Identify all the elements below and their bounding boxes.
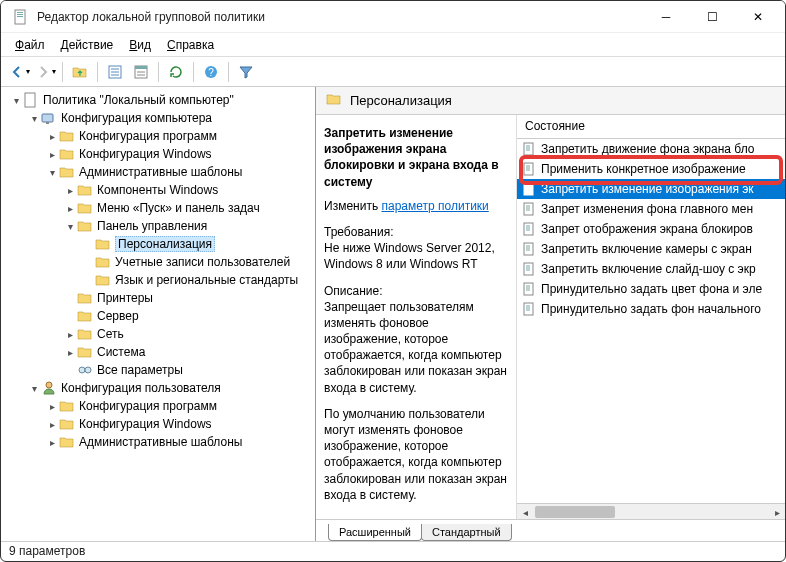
svg-rect-52: [524, 303, 533, 315]
svg-point-19: [46, 382, 52, 388]
svg-text:?: ?: [208, 67, 214, 78]
view-tabs: Расширенный Стандартный: [316, 519, 785, 541]
svg-rect-3: [17, 16, 23, 17]
app-icon: [13, 9, 29, 25]
tree-item[interactable]: ▸Сеть: [63, 325, 313, 343]
policy-icon: [523, 162, 537, 176]
policy-label: Запрет отображения экрана блокиров: [541, 222, 753, 236]
scroll-right-arrow[interactable]: ▸: [769, 504, 785, 519]
edit-policy-link[interactable]: параметр политики: [381, 199, 488, 213]
svg-rect-44: [524, 263, 533, 275]
tree-user-config[interactable]: ▾Конфигурация пользователя: [27, 379, 313, 397]
policy-item[interactable]: Запретить изменение изображения эк: [517, 179, 785, 199]
tree-item[interactable]: ▸Конфигурация Windows: [45, 145, 313, 163]
policy-label: Запретить включение камеры с экран: [541, 242, 752, 256]
window-title: Редактор локальной групповой политики: [37, 10, 643, 24]
svg-rect-15: [42, 114, 53, 122]
forward-button[interactable]: ▾: [33, 60, 57, 84]
tree-computer-config[interactable]: ▾Конфигурация компьютера: [27, 109, 313, 127]
tree-item[interactable]: ▸Административные шаблоны: [45, 433, 313, 451]
up-button[interactable]: [68, 60, 92, 84]
tree-item[interactable]: ▸Конфигурация Windows: [45, 415, 313, 433]
menu-file[interactable]: ФФайлайл: [9, 36, 51, 54]
description-pane: Запретить изменение изображения экрана б…: [316, 115, 516, 519]
column-header-state[interactable]: Состояние: [517, 115, 785, 139]
svg-rect-9: [135, 66, 147, 69]
tree-control-panel[interactable]: ▾Панель управления: [63, 217, 313, 235]
close-button[interactable]: ✕: [735, 2, 781, 32]
policy-item[interactable]: Принудительно задать цвет фона и эле: [517, 279, 785, 299]
status-text: 9 параметров: [9, 544, 85, 558]
policy-item[interactable]: Запретить включение камеры с экран: [517, 239, 785, 259]
policy-icon: [523, 182, 537, 196]
tree-item[interactable]: ▸Конфигурация программ: [45, 397, 313, 415]
filter-button[interactable]: [234, 60, 258, 84]
menu-help[interactable]: СправкаСправка: [161, 36, 220, 54]
refresh-button[interactable]: [164, 60, 188, 84]
policy-icon: [523, 202, 537, 216]
policy-item[interactable]: Принудительно задать фон начального: [517, 299, 785, 319]
policy-icon: [523, 242, 537, 256]
policy-label: Принудительно задать фон начального: [541, 302, 761, 316]
policy-item[interactable]: Применить конкретное изображение: [517, 159, 785, 179]
policy-item[interactable]: Запретить движение фона экрана бло: [517, 139, 785, 159]
svg-rect-28: [524, 183, 533, 195]
tree-all-params[interactable]: Все параметры: [63, 361, 313, 379]
tree-item[interactable]: Язык и региональные стандарты: [81, 271, 313, 289]
list-view-button[interactable]: [103, 60, 127, 84]
panel-heading-text: Персонализация: [350, 93, 452, 108]
tab-extended[interactable]: Расширенный: [328, 524, 422, 541]
policy-icon: [523, 282, 537, 296]
desc-text-1: Запрещает пользователям изменять фоновое…: [324, 299, 508, 396]
policy-label: Применить конкретное изображение: [541, 162, 746, 176]
properties-button[interactable]: [129, 60, 153, 84]
policy-label: Запретить движение фона экрана бло: [541, 142, 754, 156]
policy-label: Запрет изменения фона главного мен: [541, 202, 753, 216]
policy-item[interactable]: Запретить включение слайд-шоу с экр: [517, 259, 785, 279]
policy-icon: [523, 302, 537, 316]
tree-item[interactable]: Сервер: [63, 307, 313, 325]
panel-heading: Персонализация: [316, 87, 785, 115]
maximize-button[interactable]: ☐: [689, 2, 735, 32]
policy-label: Принудительно задать цвет фона и эле: [541, 282, 762, 296]
toolbar: ▾ ▾ ?: [1, 57, 785, 87]
tree-pane[interactable]: ▾Политика "Локальный компьютер" ▾Конфигу…: [1, 87, 316, 541]
svg-rect-32: [524, 203, 533, 215]
tree-item[interactable]: Учетные записи пользователей: [81, 253, 313, 271]
tree-item[interactable]: Принтеры: [63, 289, 313, 307]
help-button[interactable]: ?: [199, 60, 223, 84]
menubar: ФФайлайл ДействиеДействие ВидВид Справка…: [1, 33, 785, 57]
back-button[interactable]: ▾: [7, 60, 31, 84]
horizontal-scrollbar[interactable]: ◂ ▸: [517, 503, 785, 519]
policy-icon: [523, 142, 537, 156]
req-text: Не ниже Windows Server 2012, Windows 8 и…: [324, 240, 508, 272]
policy-item[interactable]: Запрет изменения фона главного мен: [517, 199, 785, 219]
settings-list[interactable]: Состояние Запретить движение фона экрана…: [516, 115, 785, 519]
right-pane: Персонализация Запретить изменение изобр…: [316, 87, 785, 541]
menu-view[interactable]: ВидВид: [123, 36, 157, 54]
tree-item[interactable]: ▸Система: [63, 343, 313, 361]
policy-label: Запретить изменение изображения эк: [541, 182, 754, 196]
svg-rect-2: [17, 14, 23, 15]
tree-admin-templates[interactable]: ▾Административные шаблоны: [45, 163, 313, 181]
svg-point-18: [85, 367, 91, 373]
tab-standard[interactable]: Стандартный: [421, 524, 512, 541]
tree-root[interactable]: ▾Политика "Локальный компьютер": [9, 91, 313, 109]
tree-personalization[interactable]: Персонализация: [81, 235, 313, 253]
policy-item[interactable]: Запрет отображения экрана блокиров: [517, 219, 785, 239]
status-bar: 9 параметров: [1, 541, 785, 561]
tree-item[interactable]: ▸Конфигурация программ: [45, 127, 313, 145]
svg-rect-36: [524, 223, 533, 235]
scroll-thumb[interactable]: [535, 506, 615, 518]
setting-title: Запретить изменение изображения экрана б…: [324, 125, 508, 190]
policy-label: Запретить включение слайд-шоу с экр: [541, 262, 756, 276]
titlebar: Редактор локальной групповой политики ─ …: [1, 1, 785, 33]
scroll-left-arrow[interactable]: ◂: [517, 504, 533, 519]
tree-item[interactable]: ▸Меню «Пуск» и панель задач: [63, 199, 313, 217]
minimize-button[interactable]: ─: [643, 2, 689, 32]
svg-rect-20: [524, 143, 533, 155]
menu-action[interactable]: ДействиеДействие: [55, 36, 120, 54]
tree-item[interactable]: ▸Компоненты Windows: [63, 181, 313, 199]
svg-rect-24: [524, 163, 533, 175]
desc-label: Описание:: [324, 283, 508, 299]
